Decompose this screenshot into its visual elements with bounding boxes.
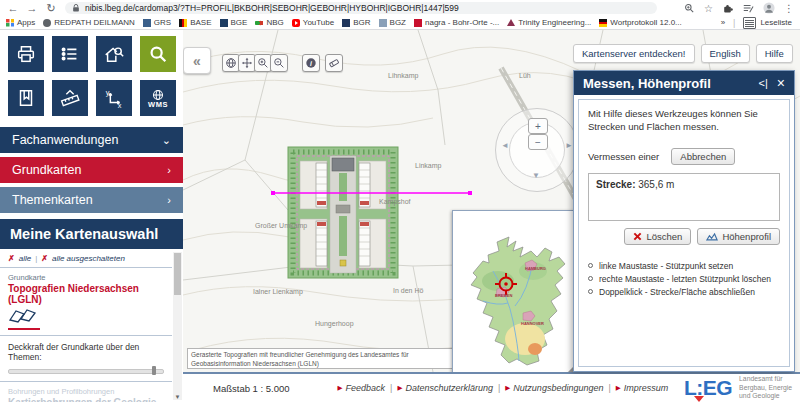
cancel-button[interactable]: Abbrechen: [671, 148, 735, 165]
chevron-down-icon: ⌄: [162, 134, 171, 147]
menu-themenkarten[interactable]: Themenkarten ›: [0, 187, 183, 213]
wms-button[interactable]: WMS: [140, 80, 176, 116]
privacy-link[interactable]: ▶Datenschutzerklärung: [397, 383, 493, 393]
bge-favicon: [220, 19, 228, 27]
panel-title: Messen, Höhenprofil: [583, 76, 711, 91]
chrome-menu-icon[interactable]: ⋮: [784, 3, 794, 14]
clear-all-off-link[interactable]: alle ausgeschalteten: [52, 254, 125, 263]
reload-icon[interactable]: ↻: [45, 0, 57, 16]
legend-button[interactable]: [52, 36, 88, 72]
bookmark-base[interactable]: BASE: [179, 18, 211, 27]
lbeg-org-name: Landesamt für Bergbau, Energie und Geolo…: [739, 375, 792, 400]
grs-favicon: [143, 19, 151, 27]
base-map-name[interactable]: Topografien Niedersachsen (LGLN): [0, 283, 172, 305]
search-icon: [147, 43, 169, 65]
measure-panel: Messen, Höhenprofil <| × Mit Hilfe diese…: [573, 70, 795, 372]
chevron-right-icon: ›: [167, 164, 171, 176]
imprint-link[interactable]: ▶Impressum: [616, 383, 669, 393]
bookmark-nbg[interactable]: NBG: [255, 18, 283, 27]
flag-favicon: [599, 19, 607, 27]
measure-active-tool-button[interactable]: [325, 54, 343, 72]
footer-links: ▶Feedback | ▶Datenschutzerklärung | ▶Nut…: [338, 383, 669, 393]
bookmark-apps[interactable]: Apps: [6, 18, 35, 27]
coordinates-button[interactable]: yx: [96, 80, 132, 116]
home-search-icon: [103, 43, 125, 65]
bookmark-wortprotokoll[interactable]: Wortprotokoll 12.0...: [599, 18, 681, 27]
scrollbar-down-arrow[interactable]: ▼: [173, 394, 182, 400]
bookmark-redpath[interactable]: REDPATH DEILMANN: [43, 18, 135, 27]
pan-right-arrow[interactable]: ►: [565, 141, 573, 150]
layer-name-disabled[interactable]: Kartierbohrungen der Geologie: [0, 396, 172, 402]
pan-down-arrow[interactable]: ▼: [532, 171, 540, 180]
place-label: Ialner Lienkamp: [253, 288, 303, 295]
bgz-favicon: [379, 19, 387, 27]
extension-icon[interactable]: [722, 3, 733, 14]
bookmark-bgr[interactable]: BGR: [342, 18, 370, 27]
print-button[interactable]: [8, 36, 44, 72]
bookmark-nagra[interactable]: nagra - Bohr-Orte -...: [414, 18, 499, 27]
english-button[interactable]: English: [701, 44, 750, 63]
bookmark-youtube[interactable]: YouTube: [292, 18, 334, 27]
panel-close-icon[interactable]: ×: [777, 75, 785, 91]
bookmark-bge[interactable]: BGE: [220, 18, 248, 27]
svg-text:x: x: [118, 101, 122, 109]
bookmark-star-icon[interactable]: ☆: [704, 3, 713, 14]
globe-icon: [225, 57, 237, 69]
base-map-symbol[interactable]: [0, 305, 172, 327]
map-attribution: Gerasterte Topografien mit freundlicher …: [187, 348, 473, 369]
bullet-icon: [588, 289, 593, 294]
map-pan-zoom-control[interactable]: + − ◄ ► ▼: [495, 108, 579, 192]
opacity-slider[interactable]: [8, 365, 164, 375]
avatar[interactable]: [763, 2, 775, 14]
map-zoom-in-button[interactable]: +: [528, 118, 548, 134]
forward-icon[interactable]: →: [26, 0, 38, 16]
height-profile-button[interactable]: Höhenprofil: [697, 228, 780, 245]
clear-all-link[interactable]: alle: [19, 254, 31, 263]
wms-label: WMS: [148, 100, 168, 109]
svg-text:y: y: [106, 88, 110, 97]
panel-collapse-icon[interactable]: <|: [759, 77, 768, 89]
browser-toolbar: ← → ↻ nibis.lbeg.de/cardomap3/?TH=PROFIL…: [0, 0, 800, 16]
delete-button[interactable]: Löschen: [624, 228, 691, 245]
lbeg-logo-text: L:EG: [684, 377, 732, 398]
help-button[interactable]: Hilfe: [756, 44, 793, 63]
slider-thumb[interactable]: [152, 366, 156, 375]
overview-inset-map[interactable]: HAMBURG BREMEN HANNOVER: [452, 210, 577, 374]
divider: |: [390, 383, 392, 393]
pan-left-arrow[interactable]: ◄: [501, 141, 509, 150]
chevron-right-icon: ›: [167, 194, 171, 206]
url-bar[interactable]: nibis.lbeg.de/cardomap3/?TH=PROFIL|BKBOH…: [65, 2, 657, 14]
reading-list-button[interactable]: Leseliste: [760, 18, 792, 27]
zoom-out-tool-button[interactable]: [270, 54, 288, 72]
clear-x-icon: ✗: [41, 254, 48, 263]
search-button-active[interactable]: [140, 36, 176, 72]
address-search-button[interactable]: [96, 36, 132, 72]
bookmark-tool-button[interactable]: [8, 80, 44, 116]
back-icon[interactable]: ←: [7, 0, 19, 16]
map-zoom-out-button[interactable]: −: [528, 134, 548, 150]
sidebar-collapse-button[interactable]: «: [183, 47, 211, 74]
bookmark-grs[interactable]: GRS: [143, 18, 171, 27]
menu-grundkarten[interactable]: Grundkarten ›: [0, 157, 183, 183]
reading-list-panel-icon: [743, 17, 756, 29]
bookmark-trinity[interactable]: Trinity Engineering...: [507, 18, 591, 27]
place-label: Linkamp: [415, 162, 441, 169]
reading-list-icon[interactable]: [742, 3, 754, 14]
sidebar-scrollbar[interactable]: ▼: [173, 252, 182, 400]
menu-fachanwendungen[interactable]: Fachanwendungen ⌄: [0, 127, 183, 153]
delete-label: Löschen: [646, 231, 682, 242]
feedback-link[interactable]: ▶Feedback: [338, 383, 386, 393]
nbg-favicon: [255, 19, 263, 27]
measure-tool-button[interactable]: [52, 80, 88, 116]
terms-link[interactable]: ▶Nutzungsbedingungen: [505, 383, 603, 393]
scrollbar-thumb[interactable]: [174, 253, 181, 295]
bookmarks-overflow[interactable]: »: [721, 18, 725, 27]
sidebar: yx WMS Fachanwendungen ⌄ Grundkarten › T…: [0, 30, 183, 402]
discover-button[interactable]: Kartenserver entdecken!: [573, 44, 695, 63]
link-arrow-icon: ▶: [505, 384, 510, 392]
bookmark-bgz[interactable]: BGZ: [379, 18, 406, 27]
page-zoom-icon[interactable]: [684, 3, 695, 14]
opacity-label: Deckkraft der Grundkarte über den Themen…: [0, 336, 172, 365]
url-text[interactable]: nibis.lbeg.de/cardomap3/?TH=PROFIL|BKBOH…: [85, 3, 459, 13]
info-tool-button[interactable]: i: [302, 54, 320, 72]
